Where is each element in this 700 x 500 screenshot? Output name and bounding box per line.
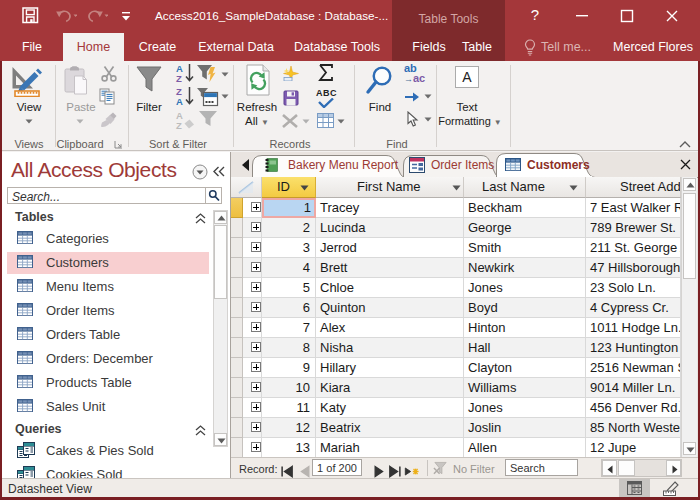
svg-text:Z: Z	[176, 120, 182, 130]
svg-text:A: A	[176, 96, 183, 106]
svg-text:Z: Z	[176, 73, 182, 83]
